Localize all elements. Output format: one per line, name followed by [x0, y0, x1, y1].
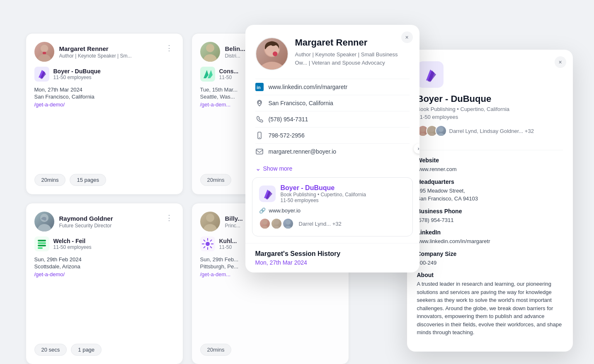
panel-team-avatar-3 — [435, 125, 447, 137]
session-section: Margaret's Session History Mon, 27th Mar… — [245, 243, 419, 272]
person-title: Future Security Director — [59, 223, 113, 229]
svg-rect-15 — [38, 240, 46, 241]
employee-count: 11-50 — [219, 244, 237, 250]
location: Scottsdale, Arizona — [34, 263, 175, 270]
company-name: Cons... — [219, 68, 239, 75]
svg-point-22 — [206, 242, 210, 246]
panel-company-name: Boyer - DuBuque — [417, 94, 563, 104]
show-more-button[interactable]: ⌄ Show more — [245, 159, 303, 177]
modal-hero: Margaret Renner Author | Keynote Speaker… — [245, 25, 419, 79]
company-logo — [34, 236, 49, 251]
about-value: A trusted leader in research and learnin… — [417, 280, 563, 337]
location-icon — [255, 99, 264, 107]
svg-point-57 — [437, 133, 444, 136]
modal-person-name: Margaret Renner — [295, 37, 410, 48]
location-value: San Francisco, California — [269, 100, 333, 106]
svg-rect-16 — [38, 242, 46, 244]
modal-close-button[interactable]: × — [401, 31, 413, 43]
person-title: Distri... — [225, 53, 245, 59]
company-card-industry: Book Publishing • Cupertino, California — [281, 192, 366, 198]
company-info: Boyer - DuBuque 11-50 employees — [53, 68, 101, 80]
company-name: Kuhl... — [219, 238, 237, 244]
team-avatar-3 — [282, 218, 294, 229]
size-value: 100-249 — [417, 259, 563, 267]
location-item: San Francisco, California — [255, 95, 410, 111]
employee-count: 11-50 — [219, 75, 239, 80]
linkedin-item: in www.linkedin.com/in/margaretr — [255, 79, 410, 95]
person-title: Author | Keynote Speaker | Sm... — [59, 53, 132, 59]
mobile-item: 798-572-2956 — [255, 127, 410, 143]
svg-rect-18 — [38, 247, 43, 249]
svg-point-52 — [420, 127, 425, 132]
linkedin-icon: in — [255, 83, 264, 91]
company-website-row: 🔗 www.boyer.io — [259, 207, 406, 214]
person-info: Raymond Goldner Future Security Director — [59, 215, 113, 229]
avatar — [34, 42, 54, 62]
company-card-section: Boyer - DuBuque Book Publishing • Cupert… — [252, 177, 413, 236]
card-header: Margaret Renner Author | Keynote Speaker… — [34, 42, 175, 62]
svg-point-55 — [428, 133, 435, 136]
team-avatars: Darrel Lynd... +32 — [259, 218, 406, 229]
svg-point-34 — [272, 51, 277, 56]
svg-point-54 — [429, 127, 434, 132]
phone-value: (578) 954-7311 — [269, 116, 308, 123]
linkedin-value: www.linkedin.com/in/margaretr — [417, 237, 563, 246]
modal-person-title: Author | Keynote Speaker | Small Busines… — [295, 51, 410, 67]
panel-company-logo — [417, 61, 444, 88]
demo-link[interactable]: /get-a-dem... — [200, 101, 231, 108]
person-title: Princ... — [225, 223, 243, 229]
website-value: www.renner.com — [417, 165, 563, 174]
svg-point-47 — [273, 226, 280, 229]
phone-value: (578) 954-7311 — [417, 216, 563, 224]
demo-link[interactable]: /get-a-demo/ — [34, 101, 65, 108]
meta-info: Sun, 29th Feb 2024 Scottsdale, Arizona /… — [34, 256, 175, 277]
svg-point-7 — [206, 44, 214, 52]
time-badge: 20mins — [200, 174, 232, 186]
svg-point-2 — [41, 45, 48, 52]
card-footer: 20 secs 1 page — [34, 344, 175, 356]
svg-point-49 — [284, 226, 291, 229]
svg-point-1 — [38, 54, 51, 62]
meta-info: Mon, 27th Mar 2024 San Francisco, Califo… — [34, 87, 175, 108]
svg-rect-40 — [256, 149, 263, 154]
hq-label: Headquarters — [417, 178, 563, 185]
team-avatar-1 — [259, 218, 271, 229]
visit-date: Sun, 29th Feb 2024 — [34, 256, 175, 263]
company-card-info: Boyer - DuBuque Book Publishing • Cupert… — [281, 184, 366, 203]
card-margaret-renner[interactable]: Margaret Renner Author | Keynote Speaker… — [26, 33, 183, 195]
demo-link[interactable]: /get-a-demo/ — [34, 271, 65, 277]
pages-badge: 15 pages — [70, 174, 106, 186]
card-footer: 20mins — [200, 344, 340, 356]
svg-point-8 — [204, 54, 217, 62]
time-badge: 20mins — [34, 174, 66, 186]
pages-badge: 1 page — [71, 344, 102, 356]
more-options-icon[interactable]: ⋮ — [164, 212, 175, 224]
company-card-employees: 11-50 employees — [281, 198, 366, 203]
mobile-value: 798-572-2956 — [269, 132, 305, 139]
phone-icon — [255, 115, 264, 123]
size-label: Company Size — [417, 251, 563, 257]
company-logo — [200, 67, 215, 82]
team-label: Darrel Lynd... +32 — [299, 221, 342, 227]
card-person: Billy... Princ... — [200, 212, 243, 231]
person-info: Billy... Princ... — [225, 215, 243, 229]
svg-point-20 — [204, 224, 217, 231]
show-more-label: Show more — [263, 165, 293, 172]
svg-point-37 — [258, 101, 261, 104]
mobile-icon — [255, 131, 264, 140]
svg-point-56 — [439, 127, 444, 132]
card-raymond-goldner[interactable]: Raymond Goldner Future Security Director… — [26, 203, 183, 364]
svg-point-44 — [262, 220, 267, 225]
person-name: Belin... — [225, 45, 245, 52]
person-info: Belin... Distri... — [225, 45, 245, 59]
person-name: Billy... — [225, 215, 243, 222]
chevron-down-icon: ⌄ — [255, 164, 261, 172]
panel-hero: Boyer - DuBuque Book Publishing • Cupert… — [407, 50, 573, 150]
employee-count: 11-50 employees — [53, 244, 92, 250]
card-header: Raymond Goldner Future Security Director… — [34, 212, 175, 231]
panel-close-button[interactable]: × — [555, 56, 566, 68]
svg-point-32 — [257, 62, 286, 70]
demo-link[interactable]: /get-a-dem... — [200, 271, 231, 277]
more-options-icon[interactable]: ⋮ — [164, 42, 175, 54]
svg-point-48 — [286, 220, 291, 225]
